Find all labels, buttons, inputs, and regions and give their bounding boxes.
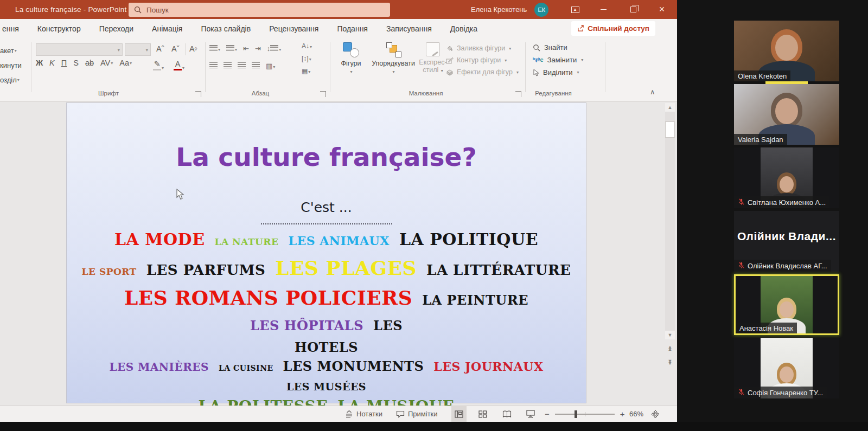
- search-box[interactable]: [129, 3, 390, 17]
- character-spacing-button[interactable]: AV▾: [100, 59, 113, 67]
- ribbon-tab-1[interactable]: Конструктор: [28, 19, 90, 38]
- slide-word[interactable]: HOTELS: [295, 339, 358, 356]
- account-avatar[interactable]: ЕК: [534, 3, 548, 17]
- align-center-button[interactable]: [224, 62, 232, 70]
- shadow-button[interactable]: S: [73, 59, 79, 67]
- participant-tile-6[interactable]: Софія Гончаренко ТУ...: [734, 338, 839, 398]
- bold-button[interactable]: Ж: [36, 59, 43, 67]
- layout-button[interactable]: акет▾: [0, 43, 28, 58]
- align-left-button[interactable]: [209, 62, 218, 70]
- numbering-button[interactable]: ▾: [226, 44, 237, 53]
- slide[interactable]: La culture française? C'est ... LA MODEL…: [67, 103, 586, 403]
- account-area[interactable]: Елена Крекотень ЕК: [471, 0, 548, 19]
- previous-slide-button[interactable]: ▲▲: [665, 344, 675, 352]
- scroll-down-button[interactable]: ▼: [665, 331, 675, 339]
- justify-button[interactable]: [252, 62, 260, 70]
- participant-tile-4[interactable]: Олійник Влади...Олійник Владислав АГ...: [734, 211, 839, 272]
- slide-word[interactable]: LA MODE: [114, 228, 205, 252]
- increase-indent-button[interactable]: ⇥: [255, 44, 261, 53]
- zoom-slider-thumb[interactable]: [575, 410, 577, 418]
- shape-outline-button[interactable]: Контур фігури▾: [446, 56, 519, 64]
- select-button[interactable]: Виділити▾: [533, 68, 583, 76]
- normal-view-button[interactable]: [451, 406, 467, 422]
- line-spacing-button[interactable]: ↕▾: [267, 44, 282, 53]
- italic-button[interactable]: K: [49, 59, 55, 67]
- zoom-level[interactable]: 66%: [629, 406, 643, 422]
- slide-word[interactable]: LES: [373, 314, 403, 338]
- find-button[interactable]: Знайти: [533, 43, 583, 52]
- ribbon-tab-3[interactable]: Анімація: [143, 19, 192, 38]
- comments-button[interactable]: Примітки: [396, 406, 438, 422]
- ribbon-tab-5[interactable]: Рецензування: [260, 19, 328, 38]
- minimize-button[interactable]: [592, 0, 614, 19]
- share-button[interactable]: Спільний доступ: [571, 21, 655, 36]
- slide-word[interactable]: LES JOURNAUX: [433, 357, 543, 376]
- reset-button[interactable]: кинути: [0, 58, 28, 73]
- ribbon-tab-0[interactable]: ення: [0, 19, 28, 38]
- scrollbar-thumb[interactable]: [665, 121, 675, 138]
- slide-word[interactable]: LA CUISINE: [219, 359, 273, 377]
- participant-tile-3[interactable]: Світлана Юхименко А...: [734, 147, 839, 208]
- slide-word[interactable]: LE SPORT: [82, 258, 137, 285]
- font-color-button[interactable]: A▾: [174, 60, 184, 70]
- slide-word[interactable]: LES ROMANS POLICIERS: [124, 286, 412, 310]
- slide-word[interactable]: LES HÔPITALS: [250, 314, 363, 338]
- slide-word[interactable]: LA NATURE: [215, 230, 279, 254]
- participant-tile-2[interactable]: Valeria Sajdan: [734, 84, 839, 145]
- shape-effects-button[interactable]: Ефекти для фігур▾: [446, 68, 519, 76]
- zoom-slider[interactable]: [555, 414, 615, 415]
- align-right-button[interactable]: [238, 62, 246, 70]
- ribbon-tab-4[interactable]: Показ слайдів: [192, 19, 260, 38]
- convert-to-smartart-button[interactable]: ▦▾: [302, 67, 312, 75]
- scrollbar-track[interactable]: [665, 112, 675, 331]
- reading-view-button[interactable]: [499, 406, 514, 422]
- decrease-indent-button[interactable]: ⇤: [243, 44, 249, 53]
- change-case-button[interactable]: Aa▾: [119, 59, 132, 67]
- text-highlight-button[interactable]: ✎▾: [153, 60, 164, 70]
- decrease-font-size-button[interactable]: Aˇ: [171, 44, 180, 53]
- zoom-in-button[interactable]: +: [620, 409, 625, 419]
- slide-word[interactable]: LES PLAGES: [275, 254, 417, 281]
- ribbon-tab-8[interactable]: Довідка: [441, 19, 487, 38]
- slide-word[interactable]: LA POLITIQUE: [399, 228, 538, 252]
- slide-title[interactable]: La culture française?: [67, 142, 586, 172]
- participant-tile-1[interactable]: Olena Krekoten: [734, 21, 839, 81]
- next-slide-button[interactable]: ▼▼: [665, 358, 675, 366]
- ribbon-display-options-button[interactable]: ▴: [564, 0, 586, 19]
- close-button[interactable]: ×: [651, 0, 673, 19]
- font-name-combobox[interactable]: ▾: [36, 43, 123, 56]
- slideshow-view-button[interactable]: [523, 406, 538, 422]
- slide-word[interactable]: LES PARFUMS: [146, 256, 266, 284]
- columns-button[interactable]: ▥▾: [266, 62, 275, 70]
- replace-button[interactable]: ᵇ⇄c Замінити▾: [533, 56, 583, 64]
- shapes-button[interactable]: Фігури▾: [334, 42, 368, 75]
- slide-word[interactable]: LES MANIÈRES: [109, 358, 209, 376]
- text-direction-button[interactable]: A↓▾: [302, 42, 312, 50]
- slide-word[interactable]: LA LITTÉRATURE: [426, 256, 571, 284]
- zoom-out-button[interactable]: −: [545, 409, 550, 419]
- clear-formatting-button[interactable]: A◊: [189, 44, 197, 53]
- quick-styles-button[interactable]: Експрес-стилі ▾: [419, 42, 447, 74]
- font-dialog-launcher[interactable]: [195, 91, 201, 97]
- ribbon-tab-2[interactable]: Переходи: [90, 19, 143, 38]
- ribbon-tab-7[interactable]: Записування: [377, 19, 441, 38]
- search-input[interactable]: [146, 6, 353, 14]
- shape-fill-button[interactable]: Заливка фігури▾: [446, 44, 519, 52]
- slide-word[interactable]: LA PEINTURE: [422, 288, 528, 312]
- paragraph-dialog-launcher[interactable]: [320, 91, 326, 97]
- participant-tile-5[interactable]: Анастасія Новак: [734, 274, 839, 335]
- underline-button[interactable]: П: [61, 59, 67, 67]
- increase-font-size-button[interactable]: Aˆ: [156, 44, 164, 53]
- ribbon-tab-6[interactable]: Подання: [328, 19, 377, 38]
- slide-word[interactable]: LES MONUMENTS: [283, 357, 424, 376]
- scroll-up-button[interactable]: ▲: [665, 103, 675, 112]
- fit-slide-to-window-button[interactable]: [651, 406, 660, 422]
- section-button[interactable]: озділ▾: [0, 73, 28, 87]
- font-size-combobox[interactable]: ▾: [125, 43, 151, 56]
- slide-subtitle[interactable]: C'est ...: [67, 200, 586, 215]
- slide-sorter-view-button[interactable]: [475, 406, 490, 422]
- restore-button[interactable]: [622, 0, 644, 19]
- bullets-button[interactable]: ▾: [209, 44, 220, 53]
- slide-word-cloud[interactable]: LA MODELA NATURELES ANIMAUXLA POLITIQUEL…: [71, 228, 582, 419]
- strikethrough-button[interactable]: ab: [85, 59, 94, 67]
